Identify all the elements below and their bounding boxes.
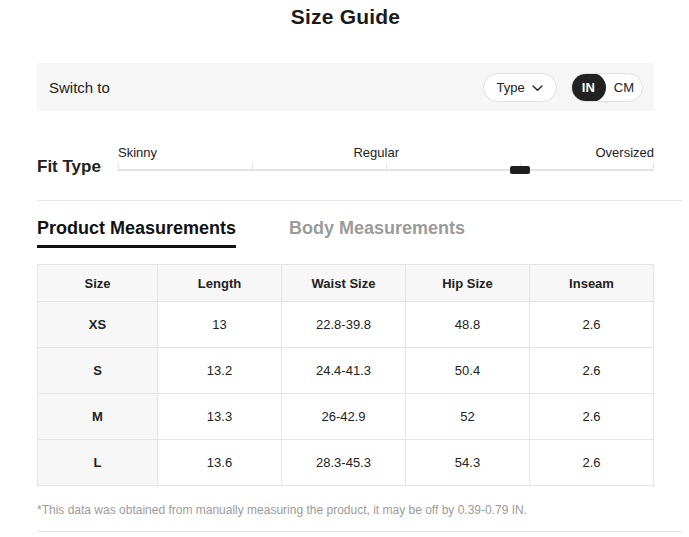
- fit-track-tick: [386, 163, 387, 171]
- cell-hip: 52: [406, 394, 530, 440]
- cell-inseam: 2.6: [530, 394, 654, 440]
- table-row: M 13.3 26-42.9 52 2.6: [38, 394, 654, 440]
- section-divider: [37, 200, 682, 201]
- cell-waist: 28.3-45.3: [282, 440, 406, 486]
- page-title: Size Guide: [37, 0, 654, 29]
- switch-to-label: Switch to: [49, 79, 110, 96]
- cell-inseam: 2.6: [530, 348, 654, 394]
- unit-option-cm[interactable]: CM: [606, 73, 642, 102]
- type-dropdown-button[interactable]: Type: [483, 73, 557, 102]
- unit-toggle: IN CM: [571, 73, 643, 102]
- unit-option-in[interactable]: IN: [571, 73, 606, 102]
- cell-length: 13.3: [158, 394, 282, 440]
- cell-length: 13.2: [158, 348, 282, 394]
- cell-size: M: [38, 394, 158, 440]
- fit-marker: [510, 166, 530, 174]
- measurement-tabs: Product Measurements Body Measurements: [37, 217, 654, 248]
- fit-type-label: Fit Type: [37, 146, 118, 177]
- cell-waist: 26-42.9: [282, 394, 406, 440]
- tab-product-measurements[interactable]: Product Measurements: [37, 217, 236, 248]
- cell-hip: 48.8: [406, 302, 530, 348]
- fit-type-slider: Skinny Regular Oversized: [118, 146, 654, 177]
- col-header-hip: Hip Size: [406, 265, 530, 302]
- table-row: L 13.6 28.3-45.3 54.3 2.6: [38, 440, 654, 486]
- fit-scale-oversized: Oversized: [595, 146, 654, 159]
- col-header-waist: Waist Size: [282, 265, 406, 302]
- fit-scale-labels: Skinny Regular Oversized: [118, 146, 654, 159]
- cell-size: XS: [38, 302, 158, 348]
- cell-hip: 50.4: [406, 348, 530, 394]
- switch-controls: Type IN CM: [483, 73, 643, 102]
- cell-inseam: 2.6: [530, 440, 654, 486]
- col-header-length: Length: [158, 265, 282, 302]
- fit-track-tick: [653, 163, 654, 171]
- fit-scale-regular: Regular: [353, 146, 399, 159]
- fit-track-tick: [118, 163, 119, 171]
- size-guide-modal: Size Guide Switch to Type IN CM Fit Type…: [0, 0, 689, 537]
- table-row: XS 13 22.8-39.8 48.8 2.6: [38, 302, 654, 348]
- cell-size: S: [38, 348, 158, 394]
- table-header-row: Size Length Waist Size Hip Size Inseam: [38, 265, 654, 302]
- footnote: *This data was obtained from manually me…: [37, 503, 654, 517]
- cell-waist: 24.4-41.3: [282, 348, 406, 394]
- col-header-inseam: Inseam: [530, 265, 654, 302]
- cell-waist: 22.8-39.8: [282, 302, 406, 348]
- col-header-size: Size: [38, 265, 158, 302]
- tab-body-measurements[interactable]: Body Measurements: [289, 217, 465, 248]
- fit-track: [118, 163, 654, 171]
- type-dropdown-label: Type: [497, 80, 525, 95]
- cell-inseam: 2.6: [530, 302, 654, 348]
- bottom-divider: [37, 531, 682, 532]
- cell-size: L: [38, 440, 158, 486]
- fit-type-section: Fit Type Skinny Regular Oversized: [37, 146, 654, 177]
- fit-track-tick: [252, 163, 253, 171]
- fit-scale-skinny: Skinny: [118, 146, 157, 159]
- cell-length: 13.6: [158, 440, 282, 486]
- cell-length: 13: [158, 302, 282, 348]
- size-table: Size Length Waist Size Hip Size Inseam X…: [37, 264, 654, 486]
- table-row: S 13.2 24.4-41.3 50.4 2.6: [38, 348, 654, 394]
- cell-hip: 54.3: [406, 440, 530, 486]
- switch-bar: Switch to Type IN CM: [37, 63, 654, 111]
- chevron-down-icon: [532, 80, 543, 95]
